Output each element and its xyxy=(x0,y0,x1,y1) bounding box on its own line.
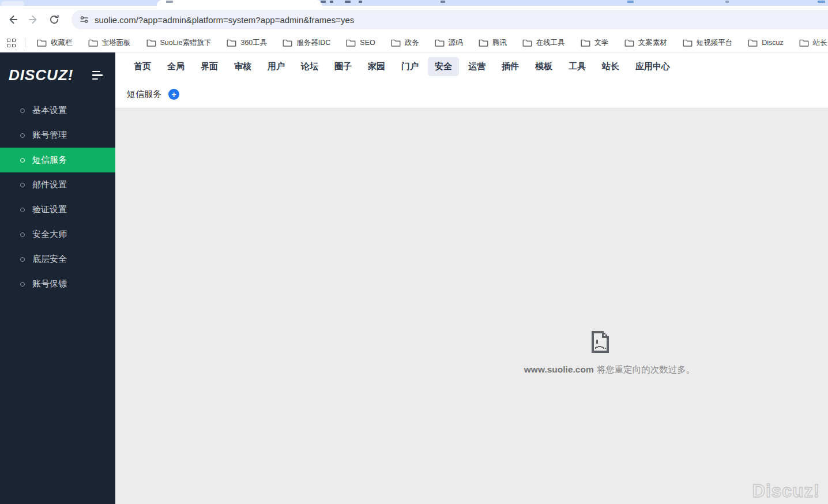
reload-button[interactable] xyxy=(47,13,61,27)
url-text[interactable]: suolie.com/?app=admin&platform=system?ap… xyxy=(95,15,354,25)
add-button[interactable]: + xyxy=(168,89,179,100)
admin-nav-tab[interactable]: 站长 xyxy=(595,57,626,76)
bookmark-folder-label: 腾讯 xyxy=(492,38,507,48)
sidebar-menu-item[interactable]: 基本设置 xyxy=(0,98,115,123)
error-message: 将您重定向的次数过多。 xyxy=(597,364,695,374)
folder-icon xyxy=(581,39,590,47)
bullet-circle-icon xyxy=(20,282,25,287)
admin-nav-tab-label: 应用中心 xyxy=(635,61,670,71)
admin-nav-tab[interactable]: 模板 xyxy=(528,57,559,76)
main-area: 首页 全局 界面 审核 用户 论坛 xyxy=(115,52,828,504)
admin-nav-tab-label: 运营 xyxy=(468,61,485,71)
admin-nav-tab-label: 首页 xyxy=(134,61,151,71)
sidebar-menu-item[interactable]: 验证设置 xyxy=(0,197,115,222)
admin-nav-tab[interactable]: 家园 xyxy=(361,57,392,76)
admin-nav-tab[interactable]: 运营 xyxy=(461,57,492,76)
bookmark-folder-label: 政务 xyxy=(405,38,419,48)
bookmark-folder-label: 文案素材 xyxy=(638,38,667,48)
clipped-tab-remnant xyxy=(725,1,729,3)
bullet-circle-icon xyxy=(20,183,25,187)
bookmark-folder[interactable]: 360工具 xyxy=(227,38,267,48)
admin-nav-tab-label: 用户 xyxy=(268,61,285,71)
sidebar-menu-item-label: 安全大师 xyxy=(32,229,67,240)
folder-icon xyxy=(283,39,292,47)
bookmark-folder[interactable]: SEO xyxy=(346,39,375,47)
address-bar[interactable]: suolie.com/?app=admin&platform=system?ap… xyxy=(71,10,828,29)
back-button[interactable] xyxy=(6,13,20,27)
admin-nav-tab[interactable]: 工具 xyxy=(562,57,593,76)
bookmark-folder[interactable]: 文学 xyxy=(581,38,609,48)
admin-nav-tab[interactable]: 安全 xyxy=(428,57,459,76)
admin-nav-tab[interactable]: 界面 xyxy=(194,57,225,76)
folder-icon xyxy=(88,39,98,47)
bookmark-folder[interactable]: 宝塔面板 xyxy=(88,38,131,48)
admin-nav-tab[interactable]: 圈子 xyxy=(328,57,359,76)
sidebar-menu-item-label: 账号保镖 xyxy=(32,279,67,289)
bookmark-folder-label: 宝塔面板 xyxy=(102,38,131,48)
bookmark-folder-label: 360工具 xyxy=(240,38,267,48)
admin-nav-tab[interactable]: 首页 xyxy=(127,57,158,76)
bookmark-folder[interactable]: 腾讯 xyxy=(479,38,507,48)
folder-icon xyxy=(227,39,236,47)
admin-nav-tab-label: 安全 xyxy=(435,61,452,71)
reload-icon xyxy=(48,14,60,25)
admin-nav-tab[interactable]: 全局 xyxy=(160,57,191,76)
bookmark-folder[interactable]: 服务器IDC xyxy=(283,38,330,48)
bookmark-folder[interactable]: 在线工具 xyxy=(522,38,565,48)
folder-icon xyxy=(683,39,692,47)
admin-nav-tab[interactable]: 论坛 xyxy=(294,57,325,76)
admin-nav-tab-label: 论坛 xyxy=(301,61,318,71)
discuz-logo: DISCUZ! xyxy=(9,66,73,84)
sidebar-menu-item-label: 邮件设置 xyxy=(32,179,67,190)
bullet-circle-icon xyxy=(20,257,25,262)
bookmark-folder-label: 在线工具 xyxy=(536,38,565,48)
redirect-error-text: www.suolie.com将您重定向的次数过多。 xyxy=(524,364,695,376)
admin-nav-tab[interactable]: 门户 xyxy=(394,57,426,76)
bookmark-folder[interactable]: 源码 xyxy=(435,38,463,48)
admin-nav-tab-label: 审核 xyxy=(234,61,251,71)
folder-icon xyxy=(346,39,356,47)
admin-nav-tab[interactable]: 审核 xyxy=(227,57,258,76)
bookmark-folder[interactable]: Discuz xyxy=(748,39,784,47)
sidebar: DISCUZ! 基本设置 账号管理 短信服务 xyxy=(0,52,115,504)
bookmark-folder[interactable]: 收藏栏 xyxy=(37,38,73,48)
discuz-watermark: Discuz! xyxy=(752,481,820,502)
bookmarks-divider xyxy=(25,37,25,48)
folder-icon xyxy=(146,39,156,47)
bookmark-folder[interactable]: 文案素材 xyxy=(624,38,667,48)
sidebar-menu-item[interactable]: 账号管理 xyxy=(0,123,115,148)
forward-arrow-icon xyxy=(28,14,39,25)
sidebar-menu-item[interactable]: 安全大师 xyxy=(0,222,115,247)
sidebar-menu-item[interactable]: 账号保镖 xyxy=(0,272,115,296)
sidebar-menu-item[interactable]: 短信服务 xyxy=(0,148,115,172)
browser-tab-strip xyxy=(0,0,828,6)
bookmark-folder[interactable]: 站长资源 xyxy=(799,38,828,48)
bookmark-folder[interactable]: SuoLie索猎旗下 xyxy=(146,38,212,48)
sidebar-collapse-button[interactable] xyxy=(92,71,103,80)
admin-nav-tab[interactable]: 应用中心 xyxy=(628,57,677,76)
admin-nav-tab-label: 工具 xyxy=(569,61,586,71)
folder-icon xyxy=(522,39,532,47)
bookmark-folder[interactable]: 短视频平台 xyxy=(683,38,733,48)
sidebar-menu-item[interactable]: 底层安全 xyxy=(0,247,115,272)
site-info-icon[interactable] xyxy=(79,14,89,25)
bookmark-folder-label: Discuz xyxy=(762,39,784,47)
content-frame: www.suolie.com将您重定向的次数过多。 Discuz! xyxy=(115,108,828,504)
active-tab-fragment[interactable] xyxy=(157,0,322,6)
sidebar-menu-item-label: 验证设置 xyxy=(32,204,67,215)
bookmark-folder[interactable]: 政务 xyxy=(391,38,419,48)
sidebar-header: DISCUZ! xyxy=(0,52,115,91)
bookmark-folder-label: SEO xyxy=(360,39,375,47)
bookmark-folder-label: 服务器IDC xyxy=(296,38,330,48)
admin-nav-tab[interactable]: 用户 xyxy=(261,57,292,76)
sad-page-icon xyxy=(590,330,611,354)
bookmark-folder-label: 站长资源 xyxy=(813,38,828,48)
sidebar-menu-item[interactable]: 邮件设置 xyxy=(0,172,115,197)
admin-nav-tab[interactable]: 插件 xyxy=(495,57,526,76)
sidebar-menu-item-label: 底层安全 xyxy=(32,254,67,265)
admin-nav-tab-label: 圈子 xyxy=(334,61,352,71)
apps-button[interactable] xyxy=(7,36,24,50)
forward-button[interactable] xyxy=(27,13,40,27)
clipped-tab-remnant xyxy=(321,1,326,3)
admin-page: DISCUZ! 基本设置 账号管理 短信服务 xyxy=(0,52,828,504)
